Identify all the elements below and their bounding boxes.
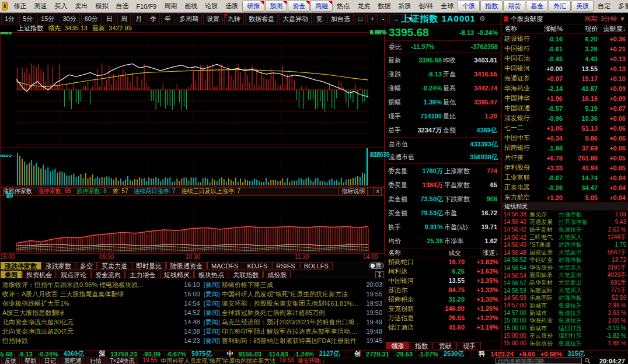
status-value[interactable]: 13750.23 xyxy=(110,351,137,358)
alert-row[interactable]: 14:56:42 扬子新材 急速拉升 2.63 % xyxy=(502,226,628,233)
limit-count-chart[interactable] xyxy=(0,195,385,254)
menu-item[interactable]: 龙虎 xyxy=(354,1,374,12)
search-icon[interactable] xyxy=(584,358,591,364)
menu-item[interactable]: 自定 xyxy=(594,1,614,12)
news-tab[interactable]: 短线精灵 xyxy=(160,271,194,278)
bottom-tab[interactable]: 帮助 xyxy=(21,358,40,364)
period-button[interactable]: □ xyxy=(355,14,366,23)
alert-row[interactable]: 15:00:00 新城市 猛烈打压 -3.19 % xyxy=(502,324,628,332)
search-input[interactable] xyxy=(496,358,582,364)
menu-item[interactable]: 测速 xyxy=(30,1,50,12)
news-tab[interactable]: 观点评论 xyxy=(57,271,90,278)
close-icon[interactable]: × xyxy=(374,188,382,195)
status-value[interactable]: -93.09 xyxy=(142,351,161,358)
news-item[interactable]: [要闻] 潞安环能：控股股东潞安集团无偿划转61.81%... 19:53 xyxy=(204,299,382,308)
period-button[interactable]: 季 xyxy=(146,13,160,24)
period-button[interactable]: 数据看盘 xyxy=(245,13,278,24)
status-value[interactable]: 2127亿 xyxy=(319,350,340,357)
contribution-row[interactable]: 七一二 +1.05 51.13 +0.06 xyxy=(502,123,628,133)
status-value[interactable]: 1423.24 xyxy=(490,351,514,358)
contrib-period-label[interactable]: 周期: 3分钟 xyxy=(584,15,617,23)
download-icon[interactable]: ↧ xyxy=(375,271,384,278)
menu-item[interactable]: 基金 xyxy=(526,1,548,12)
leader-row[interactable]: 招商蛇口 16.70 +1.83% xyxy=(385,257,501,267)
col-name[interactable]: 名称 xyxy=(504,24,538,33)
menu-item[interactable]: 卖出 xyxy=(71,1,91,12)
contribution-row[interactable]: 浦发银行 -0.96 10.36 +0.06 xyxy=(502,113,628,123)
contribution-row[interactable]: 工业富联 -0.07 14.74 +0.04 xyxy=(502,173,628,183)
status-value[interactable]: -1.24% xyxy=(294,351,314,358)
alert-row[interactable]: 14:56:42 三晖电气 大笔买入 1248手 xyxy=(502,233,628,241)
status-value[interactable]: 4369亿 xyxy=(64,350,84,357)
menu-item[interactable]: 画线 xyxy=(181,1,201,12)
contribution-row[interactable]: 招商银行 -1.98 37.69 +0.06 xyxy=(502,143,628,153)
status-value[interactable]: 创 xyxy=(354,350,361,357)
bottom-tab[interactable]: 日记 xyxy=(41,358,60,364)
news-tab[interactable]: 主力增仓 xyxy=(125,271,159,278)
menu-item[interactable]: 新股 xyxy=(395,1,414,12)
leaders-tab[interactable]: 领涨 xyxy=(386,342,409,349)
menu-item[interactable]: 美股 xyxy=(571,1,594,12)
indicator-tab[interactable]: 即时量比 xyxy=(132,262,166,270)
menu-item[interactable]: 创/科 xyxy=(415,1,437,12)
period-button[interactable]: 月 xyxy=(132,13,145,24)
news-tab[interactable]: 板块热点 xyxy=(194,271,228,278)
indicator-tab[interactable]: BOLLFS xyxy=(300,262,333,270)
period-button[interactable]: 5分 xyxy=(19,13,36,24)
alert-row[interactable]: 14:56:54 华伍股份 大笔买入 3191手 xyxy=(502,264,628,271)
alert-row[interactable]: 14:56:45 *ST康盛 封跌停板 1.75 xyxy=(502,241,628,249)
leader-row[interactable]: 招商积余 31.20 +1.30% xyxy=(385,295,501,304)
leader-row[interactable]: 安克创新 146.00 +1.26% xyxy=(385,304,501,313)
indicator-tab[interactable]: KDJFS xyxy=(243,262,271,270)
alert-row[interactable]: 15:00:00 乐歌股份 急速拉升 1.88 % xyxy=(502,340,628,347)
news-item[interactable]: [要闻] 印方称印军阻止解放军在拉达克东部军事活动 ... 19:48 xyxy=(204,327,382,336)
period-button[interactable]: 多周期 xyxy=(176,13,202,24)
period-button[interactable]: + xyxy=(367,14,378,23)
menu-item[interactable]: 论股 xyxy=(201,1,221,12)
indicator-tab[interactable]: 涨跌停家数 xyxy=(1,262,41,270)
menu-item[interactable]: 数据 xyxy=(374,1,394,12)
news-tab[interactable]: 投资机会 xyxy=(22,271,56,278)
bottom-tab[interactable]: 股吧通 xyxy=(61,358,85,364)
alert-row[interactable]: 15:00:00 星云股份 猛烈打压 -1.82 % xyxy=(502,332,628,340)
alert-row[interactable]: 14:56:54 襄阳轴承 大笔卖出 4029手 xyxy=(502,271,628,279)
news-item[interactable]: 北向资金净流出超30亿元 14:48 xyxy=(2,317,200,327)
menu-item[interactable]: 外汇 xyxy=(549,1,571,12)
col-change[interactable]: 涨幅% xyxy=(538,24,563,33)
leader-row[interactable]: 中国银河 13.55 +1.35% xyxy=(385,276,501,285)
status-value[interactable]: +9.60 xyxy=(519,351,535,358)
news-item[interactable]: 创业板指跌幅扩大至1% 14:54 xyxy=(2,299,200,308)
status-value[interactable]: 2728.31 xyxy=(366,351,389,358)
alert-row[interactable]: 14:56:40 万通发展 打开涨停板 9.43 xyxy=(502,218,628,226)
news-item[interactable]: A股三大股指悉数翻绿 14:52 xyxy=(2,308,200,317)
period-button[interactable]: 九转 xyxy=(224,13,244,24)
period-button[interactable]: 1分 xyxy=(1,13,18,24)
news-tab[interactable]: 成份股 xyxy=(263,271,291,278)
contribution-row[interactable]: 东方航空 +1.20 5.05 +0.04 xyxy=(502,192,628,202)
contribution-row[interactable]: 中国联通 -0.57 5.19 +0.07 xyxy=(502,103,628,113)
leader-row[interactable]: 苏泊尔 84.75 +1.33% xyxy=(385,285,501,295)
leader-row[interactable]: 万达信息 26.55 +1.22% xyxy=(385,313,501,323)
alert-row[interactable]: 14:56:38 雅戈尔 封涨停板 7.69 xyxy=(502,211,628,218)
contribution-row[interactable]: 中国银行 -0.61 3.28 +0.21 xyxy=(502,44,628,54)
status-value[interactable]: │ xyxy=(218,351,222,358)
indicator-tab[interactable]: RSIFS xyxy=(272,262,299,270)
period-button[interactable]: 设置 xyxy=(203,13,223,24)
status-value[interactable]: +0.68% xyxy=(540,351,563,358)
alert-row[interactable]: 14:56:48 国联证券 大笔卖出 5567手 xyxy=(502,249,628,256)
period-button[interactable]: 竞 xyxy=(313,13,326,24)
col-name[interactable]: 名称 xyxy=(388,249,425,257)
status-value[interactable]: 中 xyxy=(226,350,233,357)
menu-item[interactable]: 模拟 xyxy=(92,1,111,12)
bottom-tab[interactable]: 反馈 xyxy=(1,358,20,364)
status-value[interactable]: -8.13 xyxy=(18,351,33,358)
indicator-help-button[interactable]: 指标说明 xyxy=(339,187,368,196)
status-value[interactable]: │ xyxy=(89,351,93,358)
contribution-row[interactable]: 伊利股份 +3.33 41.94 +0.05 xyxy=(502,163,628,173)
news-ticker[interactable]: 19:55中国科研人员发现“饿死”疟原虫的抗疟新方法19:53潞安环能： xyxy=(139,357,494,364)
status-value[interactable]: -114.83 xyxy=(267,351,288,358)
menu-item[interactable]: 个股 xyxy=(458,1,480,12)
quick-menu-icon[interactable]: ⬇ xyxy=(2,2,8,10)
leaders-tab[interactable]: 贡献 xyxy=(434,342,457,349)
col-price[interactable]: 成交 xyxy=(425,249,461,257)
